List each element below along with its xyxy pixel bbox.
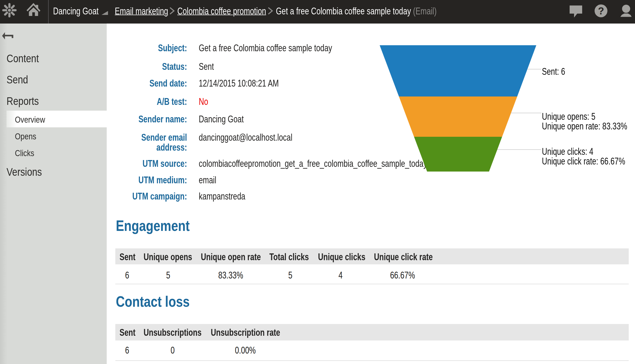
svg-text:?: ? <box>598 5 604 16</box>
